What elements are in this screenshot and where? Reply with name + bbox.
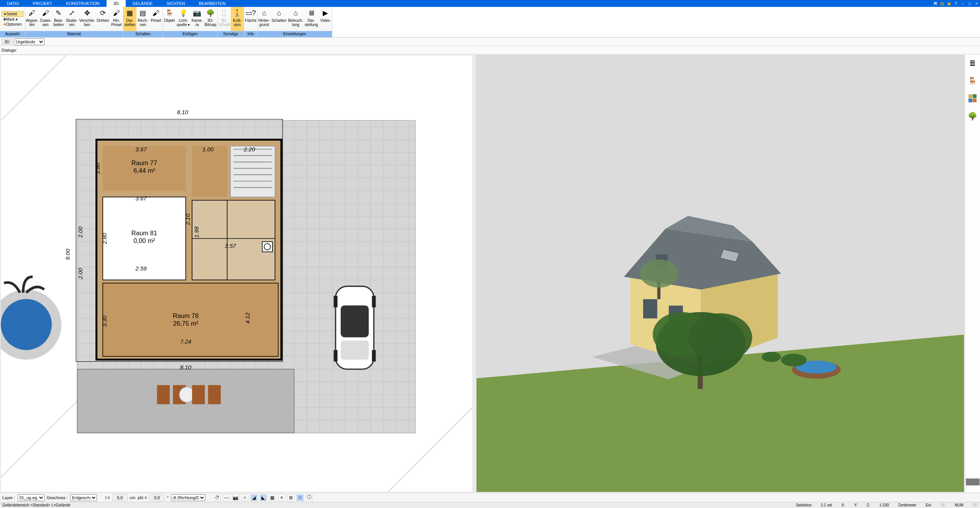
layer-icon[interactable]: ≡ bbox=[278, 494, 285, 501]
menu-sichten[interactable]: SICHTEN bbox=[159, 0, 192, 7]
length-label: l = bbox=[105, 495, 110, 500]
status-z: Z: bbox=[867, 503, 870, 507]
flaeche-button[interactable]: ▭?Fläche bbox=[244, 7, 257, 31]
kamera-button[interactable]: 📷Kame- ra bbox=[190, 7, 204, 31]
schatten-button[interactable]: ⌂Schatten bbox=[271, 7, 287, 31]
selekt-button[interactable]: ➤ Selekt bbox=[2, 11, 23, 17]
darstellung-button[interactable]: 🖥Dar- stellung bbox=[304, 7, 318, 31]
svg-text:4.12: 4.12 bbox=[244, 312, 251, 324]
optionen-button[interactable]: ✚ Optionen bbox=[2, 22, 23, 27]
direction-dropdown[interactable]: dl (Richtung/Di bbox=[171, 494, 205, 501]
minimize-button[interactable]: – bbox=[959, 0, 966, 7]
pinsel-button[interactable]: 🖌Pinsel bbox=[149, 7, 163, 31]
screen-icon[interactable]: ▭ bbox=[223, 494, 230, 501]
phi-input[interactable] bbox=[149, 494, 164, 501]
snap1-icon[interactable]: ◢ bbox=[251, 494, 258, 501]
group-label-schatten: Schatten bbox=[123, 31, 163, 37]
clock-icon[interactable]: ⏱ bbox=[214, 494, 221, 501]
help-icon[interactable]: ? bbox=[952, 0, 959, 7]
svg-text:2.10: 2.10 bbox=[184, 213, 191, 225]
beleuchtung-button[interactable]: ⌂Beleuch- tung bbox=[287, 7, 304, 31]
geschoss-dropdown[interactable]: Erdgeschos bbox=[70, 494, 97, 501]
section-icon: ⌷ bbox=[220, 8, 229, 18]
eyedropper-icon: 🖋 bbox=[28, 8, 37, 18]
svg-text:Raum 81: Raum 81 bbox=[131, 229, 157, 237]
status-bar: Geländebereich <Standard> L=Gelände Sele… bbox=[0, 502, 980, 508]
svg-rect-37 bbox=[334, 350, 338, 362]
svg-text:26,75 m²: 26,75 m² bbox=[173, 320, 199, 327]
materials-icon[interactable] bbox=[968, 93, 978, 103]
menu-konstruktion[interactable]: KONSTRUKTION bbox=[59, 0, 106, 7]
calc-icon: ▤ bbox=[138, 8, 148, 18]
furniture-icon[interactable]: 🪑 bbox=[968, 76, 978, 86]
dialoge-label: Dialoge: bbox=[2, 48, 17, 52]
objekt-button[interactable]: 🪑Objekt bbox=[163, 7, 176, 31]
menu-3d[interactable]: 3D bbox=[107, 0, 126, 7]
lichtquelle-button[interactable]: 💡Licht- quelle ▾ bbox=[176, 7, 190, 31]
skalieren-button[interactable]: ⤢Skalie- ren bbox=[65, 7, 79, 31]
camera2-icon[interactable]: 📷 bbox=[232, 494, 239, 501]
box-icon[interactable]: ▧ bbox=[939, 0, 946, 7]
layer-dropdown[interactable]: 01_ug.eg.og bbox=[18, 494, 44, 501]
svg-rect-19 bbox=[192, 200, 275, 280]
svg-point-77 bbox=[762, 352, 781, 362]
svg-rect-10 bbox=[230, 146, 275, 197]
north-icon[interactable]: N bbox=[297, 494, 304, 501]
status-y: Y: bbox=[854, 503, 857, 507]
3d-bitmap-button[interactable]: 🌳3D- Bitmap bbox=[204, 7, 217, 31]
svg-text:8.10: 8.10 bbox=[180, 364, 192, 370]
svg-rect-34 bbox=[341, 341, 369, 360]
menu-bearbeiten[interactable]: BEARBEITEN bbox=[192, 0, 233, 7]
snap2-icon[interactable]: ◣ bbox=[260, 494, 267, 501]
darstellen-button[interactable]: ▦Dar- stellen bbox=[123, 7, 136, 31]
drehen-button[interactable]: ⟳Drehen bbox=[96, 7, 110, 31]
bearbeiten-button[interactable]: ✎Bear- beiten bbox=[52, 7, 65, 31]
length-input[interactable] bbox=[112, 494, 128, 501]
3d-schnitt-button[interactable]: ⌷3D- Schnitt bbox=[218, 7, 231, 31]
pane-splitter[interactable] bbox=[473, 54, 476, 493]
menu-gelaende[interactable]: GELÄNDE bbox=[126, 0, 160, 7]
svg-text:1.80: 1.80 bbox=[94, 162, 101, 174]
verschieben-button[interactable]: ✥Verschie- ben bbox=[78, 7, 96, 31]
svg-rect-71 bbox=[643, 299, 657, 318]
zuweisen-button[interactable]: 🖌Zuwei- sen bbox=[39, 7, 52, 31]
window-icon[interactable]: ▣ bbox=[946, 0, 952, 7]
rechnen-button[interactable]: ▤Rech- nen bbox=[136, 7, 149, 31]
group-label-sonstige: Sonstige bbox=[218, 31, 244, 37]
menu-bar: DATEI PROJEKT KONSTRUKTION 3D GELÄNDE SI… bbox=[0, 0, 980, 7]
ribbon: ➤ Selekt ✥ Mark.▾ ✚ Optionen Auswahl 🖋Ab… bbox=[0, 7, 980, 38]
layer-select[interactable]: Urgelände bbox=[14, 38, 44, 45]
status-sel: 1:1 sel bbox=[821, 503, 832, 507]
2d-plan-view[interactable]: 8.10 9.00 3.67 3.67 1.00 2.20 1.80 2.80 … bbox=[0, 55, 473, 492]
maximize-button[interactable]: □ bbox=[966, 0, 973, 7]
optionen-label: Optionen bbox=[6, 22, 22, 26]
geschoss-label: Geschoss : bbox=[47, 495, 68, 500]
svg-rect-30 bbox=[192, 385, 205, 404]
selekt-label: Selekt bbox=[7, 12, 17, 16]
mark-button[interactable]: ✥ Mark.▾ bbox=[2, 17, 23, 22]
3d-view[interactable] bbox=[476, 55, 964, 492]
kollision-button[interactable]: 🚶Kolli- sion bbox=[231, 7, 244, 31]
layers-icon[interactable]: ≣ bbox=[968, 58, 978, 68]
bulb-icon: 💡 bbox=[179, 8, 188, 18]
plants-icon[interactable]: 🌳 bbox=[968, 111, 978, 121]
axis-icon[interactable]: ⊹ bbox=[241, 494, 248, 501]
grid2-icon[interactable]: ⊞ bbox=[287, 494, 294, 501]
menu-datei[interactable]: DATEI bbox=[0, 0, 26, 7]
menu-projekt[interactable]: PROJEKT bbox=[26, 0, 59, 7]
status-x: X: bbox=[841, 503, 845, 507]
cm-label: cm bbox=[130, 495, 136, 500]
panel-grip[interactable] bbox=[966, 479, 980, 485]
hinpinsel-button[interactable]: 🖌Hin. Pinsel bbox=[110, 7, 123, 31]
svg-rect-27 bbox=[157, 385, 170, 404]
close-button[interactable]: × bbox=[973, 0, 980, 7]
info-icon[interactable]: ⓘ bbox=[306, 494, 313, 501]
abgreifen-button[interactable]: 🖋Abgrei- fen bbox=[25, 7, 39, 31]
svg-text:Raum 77: Raum 77 bbox=[131, 159, 157, 167]
video-button[interactable]: ▶Video bbox=[319, 7, 332, 31]
status-num: NUM bbox=[955, 503, 964, 507]
svg-text:2.00: 2.00 bbox=[77, 268, 84, 280]
tools-icon[interactable]: 🛠 bbox=[932, 0, 939, 7]
grid-icon[interactable]: ▦ bbox=[269, 494, 276, 501]
hintergrund-button[interactable]: ⌂Hinter- grund bbox=[258, 7, 271, 31]
